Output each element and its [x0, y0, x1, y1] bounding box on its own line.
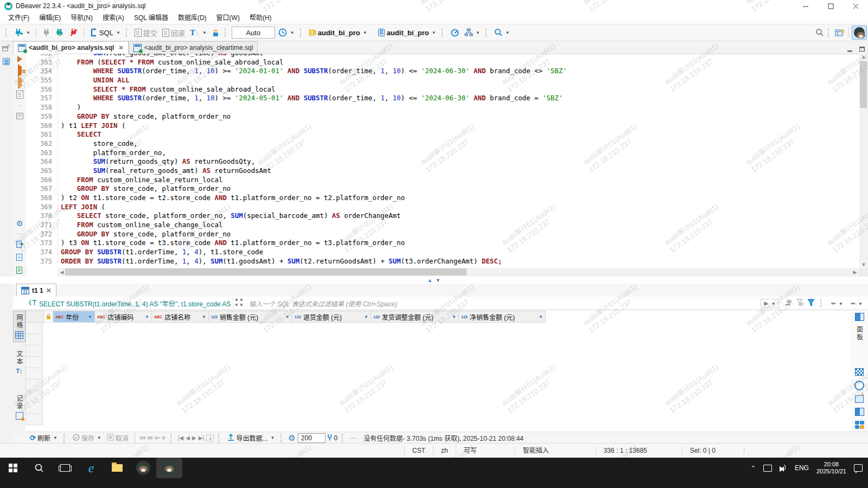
menu-item-5[interactable]: 数据库(D) — [173, 12, 212, 24]
menu-item-0[interactable]: 文件(F) — [3, 12, 34, 24]
next-row-icon[interactable]: ▶ — [192, 435, 196, 441]
grouping-panel-icon[interactable] — [855, 408, 864, 416]
save-button[interactable]: 保存 ▼ — [71, 432, 103, 444]
display-tray-icon[interactable] — [763, 465, 772, 472]
minimize-view-icon[interactable] — [844, 46, 856, 54]
menu-item-3[interactable]: 搜索(A) — [98, 12, 129, 24]
export-data-button[interactable]: 导出数据... ▼ — [226, 432, 276, 444]
dashboard-button[interactable] — [449, 27, 461, 38]
restore-view-icon[interactable] — [2, 44, 13, 53]
fetch-size-input[interactable]: 200 — [298, 433, 326, 443]
explain-plan-icon[interactable] — [16, 91, 23, 99]
horizontal-scroll-thumb[interactable] — [65, 268, 467, 275]
editor-horizontal-scrollbar[interactable]: ◀ ▶ — [58, 268, 859, 277]
presentation-tab-记录[interactable]: 记录 — [15, 392, 24, 422]
column-header-4[interactable]: 123退货金额 (元)▼ — [292, 311, 371, 323]
task-view-button[interactable] — [52, 458, 78, 478]
row-header-7[interactable] — [25, 391, 43, 402]
new-connection-button[interactable]: ▼ — [12, 27, 32, 38]
add-row-icon[interactable]: ≡+ — [140, 435, 145, 441]
column-dropdown-icon[interactable]: ▼ — [364, 314, 368, 319]
column-header-1[interactable]: ABC店铺编码▼ — [95, 311, 152, 323]
connect-button[interactable] — [41, 27, 52, 38]
menu-item-2[interactable]: 导航(N) — [66, 12, 98, 24]
close-tab-icon[interactable]: ✕ — [118, 44, 123, 52]
rollback-button[interactable]: 回滚 — [161, 27, 187, 39]
menu-item-6[interactable]: 窗口(W) — [212, 12, 245, 24]
column-dropdown-icon[interactable]: ▼ — [539, 314, 543, 319]
previous-row-icon[interactable]: ◀ — [186, 435, 190, 441]
row-header-8[interactable] — [25, 402, 43, 414]
filter-count-icon[interactable]: Ⴤ — [328, 434, 332, 442]
calc-panel-icon[interactable] — [855, 368, 864, 376]
editor-results-sash[interactable]: ▲ ▼ — [0, 277, 868, 284]
output-panel-icon[interactable] — [16, 113, 23, 121]
column-dropdown-icon[interactable]: ▼ — [285, 314, 290, 319]
row-header-5[interactable] — [25, 368, 43, 380]
row-header-9[interactable] — [25, 414, 43, 425]
commit-mode-combo[interactable]: Auto — [232, 27, 275, 38]
menu-item-4[interactable]: SQL 编辑器 — [129, 12, 173, 24]
transaction-mode-button[interactable]: T⋮ ▼ — [188, 27, 208, 38]
sash-collapse-down-icon[interactable]: ▼ — [436, 278, 441, 283]
filter-input[interactable]: 输入一个 SQL 表达式来过滤结果 (使用 Ctrl+Space) — [249, 299, 758, 308]
grid-corner-cell[interactable] — [25, 311, 44, 323]
menu-item-7[interactable]: 帮助(H) — [245, 12, 277, 24]
vertical-scroll-thumb[interactable] — [860, 61, 867, 108]
expand-filter-icon[interactable] — [233, 298, 245, 309]
sash-collapse-up-icon[interactable]: ▲ — [427, 278, 432, 283]
reconnect-button[interactable] — [54, 27, 66, 38]
results-tab[interactable]: t1 1 ✕ — [16, 284, 56, 297]
editor-tab-1[interactable]: <audit_bi_pro> analysis_cleartime.sql — [129, 41, 258, 54]
value-viewer-panel-icon[interactable] — [854, 381, 864, 390]
row-header-1[interactable] — [25, 323, 43, 334]
scroll-right-arrow[interactable]: ▶ — [851, 269, 859, 275]
duplicate-row-icon[interactable]: ≡≡ — [147, 435, 152, 441]
editor-settings-gear-icon[interactable]: ⚙ — [16, 220, 23, 227]
schema-selector[interactable]: audit_bi_pro ▼ — [376, 27, 438, 38]
row-header-2[interactable] — [25, 334, 43, 345]
connection-selector[interactable]: audit_bi_pro ▼ — [307, 27, 369, 38]
edit-row-icon[interactable]: ≡· — [162, 435, 166, 441]
disconnect-button[interactable] — [68, 27, 80, 38]
script-doc-icon[interactable] — [16, 267, 23, 275]
open-perspective-button[interactable] — [833, 27, 846, 38]
history-back-icon[interactable]: ⬅ ▼ — [831, 300, 843, 307]
row-header-6[interactable] — [25, 380, 43, 391]
filters-menu-icon[interactable] — [807, 299, 815, 308]
maximize-button[interactable] — [818, 0, 843, 12]
internet-explorer-button[interactable]: e — [78, 458, 104, 478]
lock-button[interactable] — [210, 28, 221, 38]
file-explorer-button[interactable] — [104, 458, 130, 478]
commit-button[interactable]: 提交 — [133, 27, 159, 39]
column-header-6[interactable]: 123净销售金额 (元)▼ — [459, 311, 546, 323]
cancel-button[interactable]: 取消 — [105, 432, 130, 444]
row-header-3[interactable] — [25, 345, 43, 357]
column-dropdown-icon[interactable]: ▼ — [145, 314, 149, 319]
column-dropdown-icon[interactable]: ▼ — [202, 314, 206, 319]
dbeaver-taskbar-button-2[interactable] — [156, 458, 182, 478]
column-dropdown-icon[interactable]: ▼ — [452, 314, 456, 319]
start-button[interactable] — [0, 458, 26, 478]
execute-script-icon[interactable]: ≡ — [18, 79, 22, 86]
save-to-file-icon[interactable] — [16, 254, 23, 262]
user-perspective-avatar[interactable] — [852, 25, 867, 40]
first-row-icon[interactable]: |◀ — [178, 435, 183, 441]
quick-search-icon[interactable] — [814, 27, 826, 38]
last-row-icon[interactable]: ▶| — [199, 435, 204, 441]
erase-filter-icon[interactable] — [784, 299, 793, 307]
save-filter-icon[interactable] — [796, 299, 804, 307]
search-button[interactable]: ▼ — [493, 27, 512, 38]
minimize-button[interactable] — [793, 0, 818, 12]
presentation-tab-网格[interactable]: 网格 — [13, 311, 25, 342]
status-caret-position[interactable]: 336 : 1 : 13685 — [596, 446, 682, 455]
sql-editor-button[interactable]: SQL ▼ — [88, 27, 122, 38]
row-header-4[interactable] — [25, 357, 43, 368]
editor-vertical-scrollbar[interactable]: ▲ ▼ — [859, 54, 868, 268]
taskbar-search-button[interactable] — [26, 458, 52, 478]
execute-statement-icon[interactable] — [17, 56, 22, 62]
refresh-button[interactable]: ⟳ 刷新 ▼ — [28, 432, 59, 444]
column-header-2[interactable]: ABC店铺名称▼ — [152, 311, 209, 323]
results-settings-gear-icon[interactable]: ⚙ — [288, 435, 295, 441]
menu-item-1[interactable]: 编辑(E) — [34, 12, 66, 24]
